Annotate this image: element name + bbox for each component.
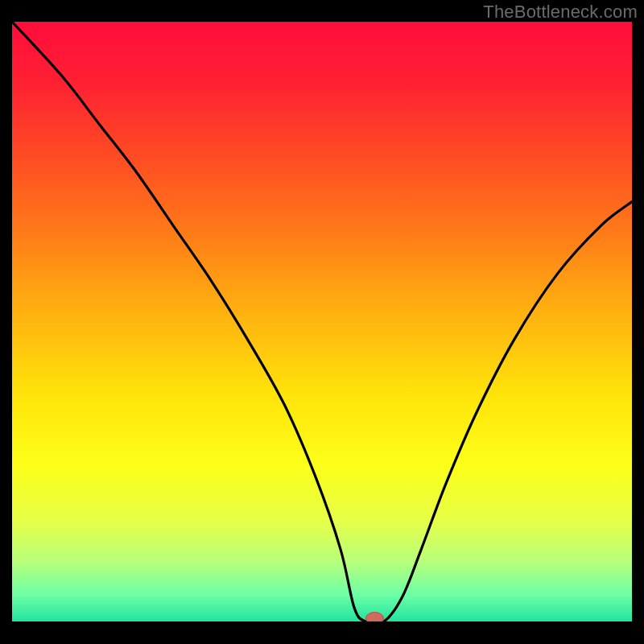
attribution-label: TheBottleneck.com bbox=[483, 2, 638, 23]
chart-stage: TheBottleneck.com bbox=[0, 0, 644, 644]
plot-background bbox=[12, 22, 632, 621]
bottleneck-chart bbox=[0, 0, 644, 644]
optimum-dot bbox=[365, 613, 383, 625]
